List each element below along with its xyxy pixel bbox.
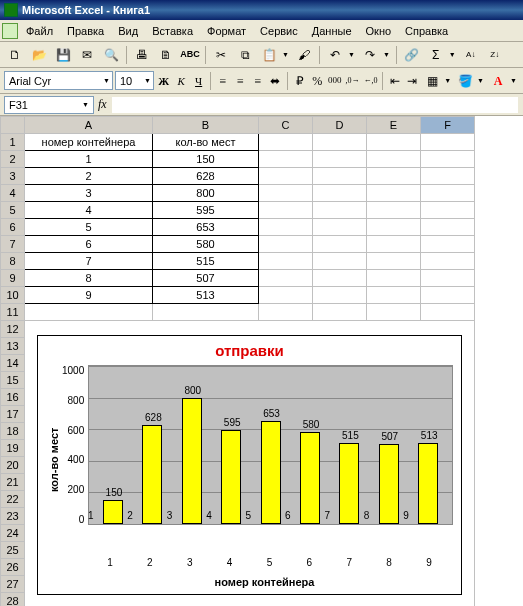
bold-button[interactable]: Ж: [156, 71, 172, 91]
row-header[interactable]: 21: [1, 474, 25, 491]
cell[interactable]: [313, 168, 367, 185]
merge-button[interactable]: ⬌: [268, 71, 284, 91]
col-header[interactable]: E: [367, 117, 421, 134]
col-header[interactable]: D: [313, 117, 367, 134]
cell[interactable]: 580: [153, 236, 259, 253]
fx-icon[interactable]: fx: [98, 97, 107, 112]
cell[interactable]: [259, 304, 313, 321]
cell[interactable]: [313, 151, 367, 168]
row-header[interactable]: 22: [1, 491, 25, 508]
cell[interactable]: [421, 151, 475, 168]
redo-button[interactable]: ↷▼: [359, 44, 392, 66]
row-header[interactable]: 1: [1, 134, 25, 151]
italic-button[interactable]: К: [173, 71, 189, 91]
row-header[interactable]: 6: [1, 219, 25, 236]
cell[interactable]: [259, 236, 313, 253]
inc-indent-button[interactable]: ⇥: [405, 71, 421, 91]
cell[interactable]: [259, 168, 313, 185]
cell[interactable]: [367, 134, 421, 151]
cell[interactable]: [421, 168, 475, 185]
embedded-chart[interactable]: отправкикол-во мест100080060040020001501…: [37, 335, 462, 595]
cell[interactable]: [259, 151, 313, 168]
cell[interactable]: [367, 287, 421, 304]
cell[interactable]: 507: [153, 270, 259, 287]
cell[interactable]: [367, 236, 421, 253]
chart-container-cell[interactable]: отправкикол-во мест100080060040020001501…: [25, 321, 475, 607]
cell[interactable]: [421, 219, 475, 236]
cell[interactable]: [259, 219, 313, 236]
cell[interactable]: 5: [25, 219, 153, 236]
menu-file[interactable]: Файл: [20, 23, 59, 39]
row-header[interactable]: 11: [1, 304, 25, 321]
menu-view[interactable]: Вид: [112, 23, 144, 39]
cell[interactable]: [313, 134, 367, 151]
cell[interactable]: [259, 202, 313, 219]
select-all-corner[interactable]: [1, 117, 25, 134]
cell[interactable]: [421, 253, 475, 270]
row-header[interactable]: 28: [1, 593, 25, 607]
font-name-combo[interactable]: Arial Cyr ▼: [4, 71, 113, 90]
row-header[interactable]: 20: [1, 457, 25, 474]
cell[interactable]: 628: [153, 168, 259, 185]
preview-button[interactable]: 🗎: [155, 44, 177, 66]
cell[interactable]: 7: [25, 253, 153, 270]
percent-button[interactable]: %: [309, 71, 325, 91]
spellcheck-button[interactable]: ABC: [179, 44, 201, 66]
cell[interactable]: [367, 304, 421, 321]
paste-button[interactable]: 📋▼: [258, 44, 291, 66]
underline-button[interactable]: Ч: [191, 71, 207, 91]
cell[interactable]: [421, 202, 475, 219]
cell[interactable]: [421, 287, 475, 304]
currency-button[interactable]: ₽: [292, 71, 308, 91]
cell[interactable]: [367, 253, 421, 270]
cell[interactable]: кол-во мест: [153, 134, 259, 151]
cell[interactable]: [259, 287, 313, 304]
cell[interactable]: 2: [25, 168, 153, 185]
copy-button[interactable]: ⧉: [234, 44, 256, 66]
formula-input[interactable]: [111, 96, 519, 114]
row-header[interactable]: 5: [1, 202, 25, 219]
row-header[interactable]: 24: [1, 525, 25, 542]
cell[interactable]: [313, 185, 367, 202]
align-left-button[interactable]: ≡: [215, 71, 231, 91]
cell[interactable]: [153, 304, 259, 321]
mail-button[interactable]: ✉: [76, 44, 98, 66]
cell[interactable]: 6: [25, 236, 153, 253]
cell[interactable]: [367, 168, 421, 185]
menu-edit[interactable]: Правка: [61, 23, 110, 39]
dec-indent-button[interactable]: ⇤: [387, 71, 403, 91]
cell[interactable]: 150: [153, 151, 259, 168]
cell[interactable]: [367, 185, 421, 202]
row-header[interactable]: 18: [1, 423, 25, 440]
cell[interactable]: [367, 202, 421, 219]
cell[interactable]: [313, 304, 367, 321]
cell[interactable]: [421, 134, 475, 151]
align-right-button[interactable]: ≡: [250, 71, 266, 91]
col-header[interactable]: F: [421, 117, 475, 134]
cell[interactable]: [259, 270, 313, 287]
menu-data[interactable]: Данные: [306, 23, 358, 39]
col-header[interactable]: A: [25, 117, 153, 134]
cell[interactable]: [259, 134, 313, 151]
undo-button[interactable]: ↶▼: [324, 44, 357, 66]
font-color-button[interactable]: A▼: [488, 71, 519, 91]
cell[interactable]: 513: [153, 287, 259, 304]
row-header[interactable]: 19: [1, 440, 25, 457]
menu-insert[interactable]: Вставка: [146, 23, 199, 39]
row-header[interactable]: 3: [1, 168, 25, 185]
comma-button[interactable]: 000: [327, 71, 343, 91]
borders-button[interactable]: ▦▼: [422, 71, 453, 91]
menu-format[interactable]: Формат: [201, 23, 252, 39]
cell[interactable]: [421, 185, 475, 202]
inc-decimal-button[interactable]: ,0→: [344, 71, 360, 91]
open-button[interactable]: 📂: [28, 44, 50, 66]
row-header[interactable]: 7: [1, 236, 25, 253]
row-header[interactable]: 12: [1, 321, 25, 338]
cell[interactable]: 515: [153, 253, 259, 270]
cell[interactable]: [367, 270, 421, 287]
menu-window[interactable]: Окно: [360, 23, 398, 39]
sort-asc-button[interactable]: A↓: [460, 44, 482, 66]
cell[interactable]: 9: [25, 287, 153, 304]
row-header[interactable]: 13: [1, 338, 25, 355]
col-header[interactable]: C: [259, 117, 313, 134]
